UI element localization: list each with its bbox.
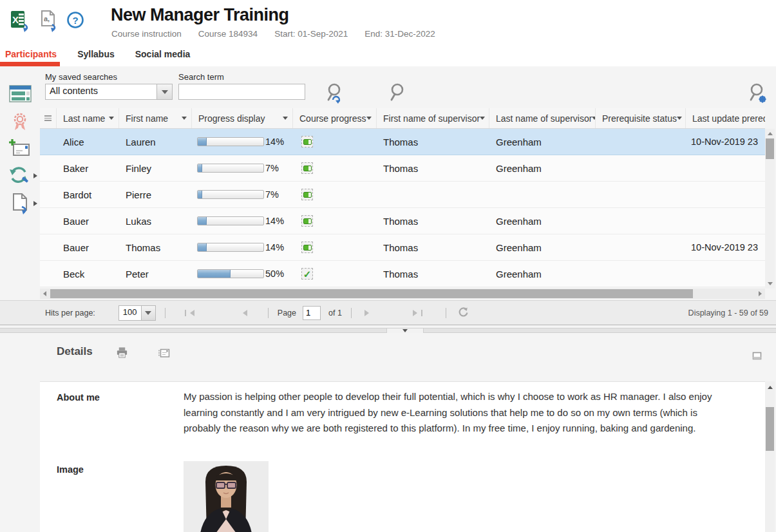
column-header-supervisor-first-name[interactable]: First name of supervisor	[377, 108, 489, 128]
search-icon[interactable]	[388, 82, 407, 104]
progress-bar	[197, 243, 264, 252]
column-header-course-progress[interactable]: Course progress	[293, 108, 377, 128]
column-dropdown-icon[interactable]	[182, 117, 187, 122]
cell-supervisor-first-name: Thomas	[377, 129, 489, 155]
tab-syllabus[interactable]: Syllabus	[77, 49, 115, 59]
details-vertical-scrollbar[interactable]	[765, 381, 775, 532]
scroll-up-arrow[interactable]	[765, 383, 775, 392]
cell-first-name: Peter	[119, 261, 192, 287]
cell-first-name: Pierre	[119, 182, 192, 207]
previous-page-button[interactable]	[237, 307, 250, 319]
first-page-button[interactable]	[182, 307, 197, 319]
document-export-icon[interactable]	[10, 193, 31, 216]
cell-course-progress	[293, 208, 377, 234]
document-export-submenu-caret[interactable]	[33, 201, 40, 206]
splitter-collapse-handle[interactable]	[386, 328, 424, 333]
scroll-left-arrow[interactable]	[40, 289, 49, 299]
active-tab-indicator	[0, 62, 60, 66]
column-dropdown-icon[interactable]	[109, 117, 114, 122]
cell-last-name: Baker	[57, 155, 119, 181]
cell-last-name: Bauer	[57, 208, 119, 234]
chevron-down-icon	[402, 329, 408, 335]
column-header-last-update-prerequisite[interactable]: Last update prerequis	[686, 108, 765, 128]
form-view-icon[interactable]	[158, 348, 170, 360]
svg-text:a,: a,	[44, 15, 50, 23]
scroll-up-arrow[interactable]	[765, 129, 775, 138]
saved-searches-value: All contents	[46, 84, 156, 99]
refresh-icon[interactable]	[458, 307, 469, 319]
column-dropdown-icon[interactable]	[480, 117, 485, 122]
cell-progress-display: 7%	[192, 155, 293, 181]
scrollbar-thumb[interactable]	[766, 138, 774, 159]
print-icon[interactable]	[116, 347, 128, 361]
column-header-prerequisite-status[interactable]: Prerequisite status	[596, 108, 686, 128]
table-row[interactable]: Bauer Lukas 14% Thomas Greenham	[40, 208, 765, 234]
cell-course-progress	[293, 234, 377, 260]
cell-prerequisite-status	[596, 155, 686, 181]
progress-label: 7%	[265, 189, 279, 200]
svg-text:X: X	[12, 14, 19, 25]
page-number-input[interactable]	[303, 306, 321, 320]
panel-splitter[interactable]	[0, 328, 776, 333]
certificate-ribbon-icon[interactable]	[10, 112, 30, 133]
column-label: First name of supervisor	[383, 113, 480, 124]
chevron-down-icon	[162, 90, 168, 97]
table-row[interactable]: Baker Finley 7% Thomas Greenham	[40, 155, 765, 182]
search-term-input[interactable]	[178, 84, 305, 100]
cell-supervisor-first-name: Thomas	[377, 234, 489, 260]
column-dropdown-icon[interactable]	[283, 117, 288, 122]
hits-per-page-dropdown-button[interactable]	[141, 306, 155, 320]
next-page-button[interactable]	[362, 307, 375, 319]
column-label: Last update prerequis	[692, 113, 765, 124]
column-menu-cell[interactable]	[40, 108, 57, 128]
column-header-first-name[interactable]: First name	[119, 108, 192, 128]
cell-prerequisite-status	[596, 234, 686, 260]
tab-social-media[interactable]: Social media	[135, 49, 191, 59]
tab-participants[interactable]: Participants	[5, 49, 57, 59]
table-horizontal-scrollbar[interactable]	[40, 289, 765, 299]
list-panel-icon[interactable]	[9, 85, 32, 105]
excel-export-icon[interactable]: X	[9, 8, 33, 34]
table-row[interactable]: Alice Lauren 14% Thomas Greenham 10-Nov-…	[40, 129, 765, 155]
cell-first-name: Lukas	[119, 208, 192, 234]
about-me-text: My passion is helping other people to de…	[184, 389, 713, 437]
table-row[interactable]: Bauer Thomas 14% Thomas Greenham 10-Nov-…	[40, 234, 765, 261]
column-dropdown-icon[interactable]	[366, 117, 372, 122]
progress-bar	[197, 190, 264, 199]
course-progress-icon	[301, 162, 313, 174]
scrollbar-thumb[interactable]	[50, 289, 693, 298]
table-row[interactable]: Bardot Pierre 7%	[40, 182, 765, 208]
maximize-panel-icon[interactable]	[752, 352, 762, 362]
table-header: Last name First name Progress display Co…	[40, 108, 765, 129]
cell-supervisor-last-name: Greenham	[489, 208, 596, 234]
cell-last-update	[686, 261, 765, 287]
column-header-last-name[interactable]: Last name	[57, 108, 119, 128]
column-header-supervisor-last-name[interactable]: Last name of supervisor	[489, 108, 596, 128]
text-export-icon[interactable]: a,	[39, 9, 61, 34]
pages-total-label: of 1	[328, 309, 342, 318]
course-start-date: Start: 01-Sep-2021	[274, 29, 348, 39]
hits-per-page-select[interactable]: 100	[118, 305, 156, 321]
refresh-edit-submenu-caret[interactable]	[33, 173, 40, 178]
column-dropdown-icon[interactable]	[677, 117, 682, 122]
help-icon[interactable]: ?	[66, 11, 84, 31]
column-label: Progress display	[198, 113, 265, 124]
refresh-edit-icon[interactable]	[8, 166, 30, 188]
table-vertical-scrollbar[interactable]	[765, 129, 775, 289]
scroll-right-arrow[interactable]	[756, 289, 765, 299]
saved-searches-dropdown-button[interactable]	[156, 84, 172, 99]
scroll-down-arrow[interactable]	[765, 280, 775, 289]
last-page-button[interactable]	[410, 307, 425, 319]
cell-first-name: Finley	[119, 155, 192, 181]
column-header-progress-display[interactable]: Progress display	[192, 108, 293, 128]
search-settings-icon[interactable]	[748, 82, 767, 104]
lms-course-window: X a, ? New Manager Training Course instr…	[0, 0, 776, 532]
page-label: Page	[278, 309, 296, 318]
envelope-add-icon[interactable]	[8, 138, 32, 160]
table-row[interactable]: Beck Peter 50% Thomas Greenham	[40, 261, 765, 287]
saved-searches-select[interactable]: All contents	[45, 84, 173, 100]
cell-last-name: Alice	[57, 129, 119, 155]
scrollbar-thumb[interactable]	[766, 407, 774, 451]
search-reset-icon[interactable]	[325, 82, 345, 104]
cell-progress-display: 14%	[192, 234, 293, 260]
